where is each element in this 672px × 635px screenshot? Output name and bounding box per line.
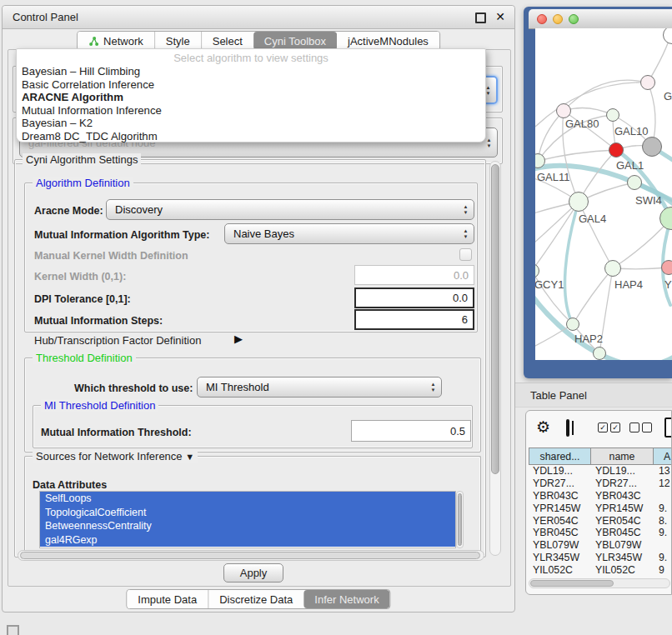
cell[interactable]: 9. [654,552,672,564]
bottom-left-widget[interactable] [7,625,19,635]
algorithm-option[interactable]: Bayesian – K2 [17,117,485,130]
cell[interactable]: YIL052C [529,563,591,576]
network-icon [88,36,99,47]
control-panel-titlebar[interactable]: Control Panel ✕ [3,6,514,29]
gear-icon[interactable]: ⚙ [536,418,550,437]
cell[interactable]: 9 [654,563,672,576]
network-view-window: GAL GAL80 GAL10 GAL1 GAL11 SWI4 GAL4 GCY… [524,7,672,378]
attributes-scrollbar-thumb[interactable] [458,493,462,546]
node-bottom[interactable] [593,347,606,360]
tab-style[interactable]: Style [154,32,201,50]
close-icon[interactable]: ✕ [495,11,505,22]
mi-threshold-group-title: MI Threshold Definition [41,399,158,412]
network-canvas[interactable]: GAL GAL80 GAL10 GAL1 GAL11 SWI4 GAL4 GCY… [535,28,672,360]
cell[interactable]: 9. [654,527,672,539]
algorithm-option-selected[interactable]: ARACNE Algorithm [17,91,485,104]
node-salmon[interactable] [661,260,672,275]
node-gal10[interactable] [606,108,619,122]
dpi-tolerance-input[interactable]: 0.0 [354,288,474,308]
cell[interactable]: YLR345W [529,552,591,564]
new-table-icon[interactable] [664,418,672,438]
cell[interactable]: YIL052C [591,563,654,576]
table-panel-titlebar[interactable]: Table Panel [515,382,672,408]
attributes-scrollbar[interactable] [456,491,464,548]
cell[interactable]: YPR145W [529,502,591,514]
manual-kernel-checkbox[interactable] [459,248,472,261]
cell[interactable]: 13 [654,465,672,478]
algorithm-definition-title: Algorithm Definition [33,177,133,189]
cell[interactable] [654,539,672,552]
tab-impute-data[interactable]: Impute Data [127,590,208,608]
algorithm-option[interactable]: Bayesian – Hill Climbing [17,65,485,78]
close-button[interactable] [537,14,547,24]
aracne-mode-label: Aracne Mode: [34,205,103,217]
settings-scrollbar-thumb[interactable] [491,164,499,474]
zoom-button[interactable] [569,14,579,24]
node-gal1[interactable] [609,142,624,158]
cell[interactable]: YDR27... [529,478,591,490]
aracne-mode-combo[interactable]: Discovery ▲▼ [106,199,474,220]
hub-section-label[interactable]: Hub/Transcription Factor Definition [34,334,201,347]
mi-type-combo[interactable]: Naive Bayes ▲▼ [224,223,474,244]
mi-steps-input[interactable]: 6 [354,309,474,330]
attribute-item[interactable]: SelfLoops [40,492,455,506]
tab-infer-network[interactable]: Infer Network [303,590,389,608]
sources-group-title[interactable]: Sources for Network Inference ▼ [33,450,198,462]
tab-cyni-toolbox[interactable]: Cyni Toolbox [253,32,337,50]
attribute-item[interactable]: BetweennessCentrality [40,519,455,533]
expand-arrow-icon[interactable]: ▶ [234,332,243,345]
cell[interactable]: YBR043C [529,490,591,502]
cell[interactable]: YER054C [529,514,591,527]
cell[interactable]: YDL19... [529,465,591,478]
attribute-item[interactable]: TopologicalCoefficient [40,506,455,520]
apply-button[interactable]: Apply [223,563,283,582]
tab-network[interactable]: Network [78,32,154,50]
table-hscrollbar-thumb[interactable] [530,580,614,587]
kernel-width-input[interactable]: 0.0 [354,265,474,285]
settings-hscrollbar[interactable] [18,550,484,561]
which-threshold-combo[interactable]: MI Threshold ▲▼ [197,377,442,398]
tab-discretize-data[interactable]: Discretize Data [208,590,303,608]
algorithm-option[interactable]: Dream8 DC_TDC Algorithm [17,130,485,143]
column-header-clipped[interactable]: A [653,448,672,465]
cell[interactable]: YBR043C [591,490,654,502]
cell[interactable]: 8. [654,514,672,527]
column-header-shared[interactable]: shared... [529,448,591,465]
node-hap4[interactable] [604,260,621,277]
algorithm-option[interactable]: Basic Correlation Inference [17,78,485,92]
cell[interactable] [654,490,672,502]
select-all-icon[interactable]: ✓ ✓ [598,422,620,432]
node-gal4[interactable] [569,192,589,212]
node-gal-top[interactable] [640,75,655,90]
attribute-item[interactable]: gal4RGexp [40,533,455,548]
node-gal80[interactable] [556,103,571,118]
aracne-mode-value: Discovery [115,203,460,216]
node-hap2[interactable] [566,318,579,331]
minimize-button[interactable] [553,14,563,24]
settings-hscrollbar-thumb[interactable] [20,552,480,559]
table-hscrollbar[interactable] [529,578,670,588]
column-header-name[interactable]: name [590,448,654,465]
node-swi4[interactable] [627,175,642,190]
cell[interactable]: YPR145W [591,502,654,514]
mi-threshold-input[interactable]: 0.5 [351,420,471,442]
cell[interactable]: YBL079W [591,539,654,552]
cell[interactable]: YDL19... [591,465,654,478]
cell[interactable]: YBR045C [591,527,654,539]
cell[interactable]: YBL079W [529,539,591,552]
cell[interactable]: YDR27... [591,478,654,490]
network-window-titlebar[interactable] [529,9,672,29]
tab-jactivemnodules[interactable]: jActiveMNodules [337,32,439,50]
settings-scrollbar[interactable] [489,161,501,556]
split-columns-icon[interactable] [566,419,569,437]
deselect-all-icon[interactable] [629,422,652,432]
cell[interactable]: YLR345W [591,552,654,564]
node-gray[interactable] [642,137,662,157]
algorithm-option[interactable]: Mutual Information Inference [17,104,485,118]
tab-select[interactable]: Select [201,32,253,50]
cell[interactable]: YBR045C [529,527,591,539]
float-window-icon[interactable] [475,12,486,23]
cell[interactable]: YER054C [591,514,654,527]
cell[interactable]: 12 [654,478,672,490]
cell[interactable]: 9. [654,502,672,514]
